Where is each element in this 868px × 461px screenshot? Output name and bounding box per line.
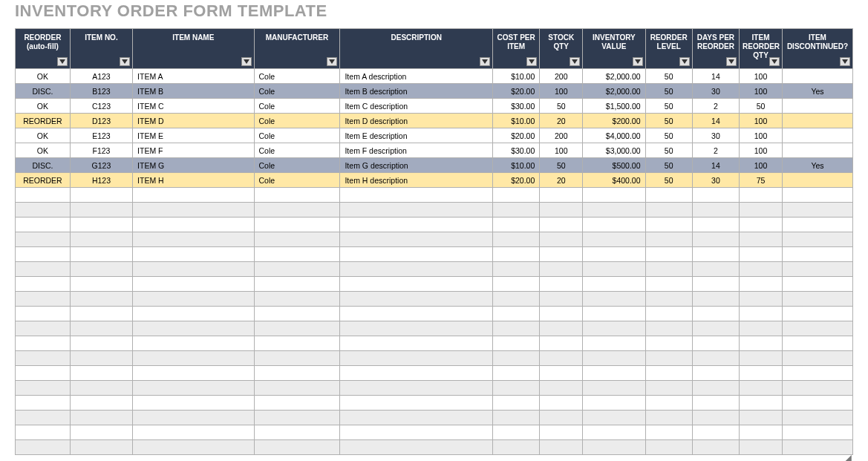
cell-empty[interactable] xyxy=(645,336,692,351)
cell-empty[interactable] xyxy=(645,307,692,321)
cell-empty[interactable] xyxy=(583,188,645,203)
cell-empty[interactable] xyxy=(254,321,340,336)
cell-empty[interactable] xyxy=(493,321,540,336)
cell-manufacturer[interactable]: Cole xyxy=(254,114,340,128)
cell-description[interactable]: Item A description xyxy=(340,69,493,84)
cell-empty[interactable] xyxy=(583,366,645,381)
cell-empty[interactable] xyxy=(645,411,692,425)
cell-empty[interactable] xyxy=(583,381,645,396)
cell-empty[interactable] xyxy=(783,351,853,366)
cell-empty[interactable] xyxy=(645,188,692,203)
cell-rqty[interactable]: 100 xyxy=(740,128,783,143)
cell-empty[interactable] xyxy=(645,262,692,277)
cell-cost[interactable]: $10.00 xyxy=(493,114,540,128)
filter-dropdown-icon[interactable] xyxy=(570,57,580,66)
cell-item_name[interactable]: ITEM E xyxy=(133,128,254,143)
cell-empty[interactable] xyxy=(540,440,583,455)
cell-value[interactable]: $2,000.00 xyxy=(583,69,645,84)
cell-empty[interactable] xyxy=(493,292,540,307)
cell-empty[interactable] xyxy=(692,203,739,218)
cell-reorder[interactable]: OK xyxy=(16,69,71,84)
cell-rqty[interactable]: 100 xyxy=(740,69,783,84)
cell-days[interactable]: 14 xyxy=(692,158,739,173)
cell-empty[interactable] xyxy=(16,396,71,411)
cell-empty[interactable] xyxy=(692,411,739,425)
filter-dropdown-icon[interactable] xyxy=(480,57,490,66)
cell-rqty[interactable]: 100 xyxy=(740,84,783,99)
filter-dropdown-icon[interactable] xyxy=(769,57,780,66)
cell-empty[interactable] xyxy=(692,292,739,307)
cell-empty[interactable] xyxy=(340,396,493,411)
cell-empty[interactable] xyxy=(254,381,340,396)
cell-empty[interactable] xyxy=(692,277,739,292)
cell-manufacturer[interactable]: Cole xyxy=(254,84,340,99)
cell-empty[interactable] xyxy=(70,277,132,292)
cell-empty[interactable] xyxy=(645,218,692,232)
cell-discontinued[interactable] xyxy=(783,143,853,158)
cell-stock[interactable]: 100 xyxy=(540,143,583,158)
cell-empty[interactable] xyxy=(16,351,71,366)
cell-empty[interactable] xyxy=(493,396,540,411)
cell-empty[interactable] xyxy=(783,321,853,336)
cell-empty[interactable] xyxy=(254,292,340,307)
filter-dropdown-icon[interactable] xyxy=(327,57,337,66)
cell-empty[interactable] xyxy=(133,411,254,425)
cell-discontinued[interactable] xyxy=(783,173,853,188)
cell-rlevel[interactable]: 50 xyxy=(645,114,692,128)
cell-empty[interactable] xyxy=(254,440,340,455)
column-header[interactable]: ITEM NAME xyxy=(133,29,254,69)
cell-cost[interactable]: $10.00 xyxy=(493,69,540,84)
cell-empty[interactable] xyxy=(493,351,540,366)
cell-empty[interactable] xyxy=(540,351,583,366)
cell-empty[interactable] xyxy=(740,188,783,203)
cell-empty[interactable] xyxy=(133,307,254,321)
cell-empty[interactable] xyxy=(340,366,493,381)
cell-reorder[interactable]: OK xyxy=(16,99,71,114)
cell-empty[interactable] xyxy=(540,396,583,411)
cell-empty[interactable] xyxy=(254,425,340,440)
cell-item_no[interactable]: C123 xyxy=(70,99,132,114)
cell-empty[interactable] xyxy=(16,203,71,218)
cell-empty[interactable] xyxy=(16,366,71,381)
filter-dropdown-icon[interactable] xyxy=(526,57,537,66)
cell-empty[interactable] xyxy=(70,218,132,232)
cell-empty[interactable] xyxy=(16,292,71,307)
cell-empty[interactable] xyxy=(340,277,493,292)
column-header[interactable]: ITEM NO. xyxy=(70,29,132,69)
cell-empty[interactable] xyxy=(340,292,493,307)
filter-dropdown-icon[interactable] xyxy=(679,57,690,66)
cell-value[interactable]: $400.00 xyxy=(583,173,645,188)
cell-empty[interactable] xyxy=(133,203,254,218)
column-header[interactable]: ITEM REORDER QTY xyxy=(740,29,783,69)
cell-empty[interactable] xyxy=(70,411,132,425)
cell-empty[interactable] xyxy=(583,262,645,277)
cell-empty[interactable] xyxy=(692,425,739,440)
cell-empty[interactable] xyxy=(254,396,340,411)
cell-stock[interactable]: 20 xyxy=(540,173,583,188)
cell-item_name[interactable]: ITEM F xyxy=(133,143,254,158)
cell-empty[interactable] xyxy=(740,381,783,396)
cell-empty[interactable] xyxy=(493,188,540,203)
cell-cost[interactable]: $20.00 xyxy=(493,173,540,188)
cell-discontinued[interactable]: Yes xyxy=(783,84,853,99)
cell-discontinued[interactable] xyxy=(783,99,853,114)
cell-value[interactable]: $200.00 xyxy=(583,114,645,128)
cell-stock[interactable]: 50 xyxy=(540,99,583,114)
cell-empty[interactable] xyxy=(254,218,340,232)
cell-empty[interactable] xyxy=(740,425,783,440)
cell-days[interactable]: 30 xyxy=(692,84,739,99)
cell-empty[interactable] xyxy=(254,336,340,351)
cell-item_no[interactable]: H123 xyxy=(70,173,132,188)
cell-discontinued[interactable] xyxy=(783,114,853,128)
cell-empty[interactable] xyxy=(254,262,340,277)
cell-rqty[interactable]: 100 xyxy=(740,114,783,128)
cell-item_name[interactable]: ITEM G xyxy=(133,158,254,173)
cell-empty[interactable] xyxy=(540,218,583,232)
cell-empty[interactable] xyxy=(70,232,132,247)
cell-empty[interactable] xyxy=(254,307,340,321)
cell-empty[interactable] xyxy=(583,396,645,411)
cell-empty[interactable] xyxy=(645,292,692,307)
cell-empty[interactable] xyxy=(645,203,692,218)
cell-discontinued[interactable]: Yes xyxy=(783,158,853,173)
cell-empty[interactable] xyxy=(783,307,853,321)
